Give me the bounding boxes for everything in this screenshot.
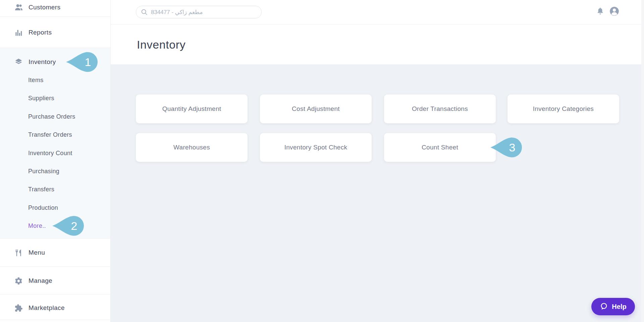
card-order-transactions[interactable]: Order Transactions	[384, 94, 496, 123]
divider	[0, 48, 110, 48]
subitem-label: Purchasing	[28, 168, 59, 175]
subitem-label: Items	[28, 77, 44, 84]
business-search	[136, 6, 262, 18]
divider	[0, 238, 110, 239]
card-inventory-spot-check[interactable]: Inventory Spot Check	[260, 133, 372, 162]
notifications-bell-icon[interactable]	[595, 7, 605, 17]
fork-knife-icon	[14, 248, 23, 257]
gear-icon	[14, 276, 23, 285]
chat-bubble-icon	[600, 302, 608, 311]
card-inventory-categories[interactable]: Inventory Categories	[507, 94, 619, 123]
divider	[0, 16, 110, 17]
puzzle-icon	[14, 304, 23, 313]
bar-chart-icon	[14, 28, 23, 37]
divider	[0, 320, 110, 320]
help-label: Help	[612, 303, 626, 311]
subitem-label: Transfer Orders	[28, 131, 72, 138]
sidebar: Customers Reports Inventor	[0, 0, 111, 322]
more-link-label: More..	[28, 222, 46, 230]
business-search-input[interactable]	[136, 6, 262, 18]
sidebar-more-link[interactable]: More..	[28, 220, 46, 232]
main-content: Quantity Adjustment Cost Adjustment Orde…	[111, 64, 644, 322]
card-quantity-adjustment[interactable]: Quantity Adjustment	[136, 94, 248, 123]
page-header: Inventory	[111, 24, 644, 64]
sidebar-item-marketplace[interactable]: Marketplace	[14, 301, 65, 315]
card-label: Inventory Spot Check	[284, 144, 347, 151]
sidebar-item-customers[interactable]: Customers	[14, 1, 60, 14]
subitem-label: Suppliers	[28, 95, 54, 102]
page-title: Inventory	[137, 38, 185, 51]
card-count-sheet[interactable]: Count Sheet	[384, 133, 496, 162]
app-root: Customers Reports Inventor	[0, 0, 644, 322]
subitem-label: Transfers	[28, 186, 54, 193]
sidebar-subitem-purchase-orders[interactable]: Purchase Orders	[28, 111, 75, 122]
card-label: Inventory Categories	[533, 105, 594, 113]
card-label: Warehouses	[173, 144, 210, 151]
card-cost-adjustment[interactable]: Cost Adjustment	[260, 94, 372, 123]
page-scrollbar-track[interactable]	[641, 0, 644, 322]
card-label: Order Transactions	[412, 105, 468, 113]
sidebar-subitem-items[interactable]: Items	[28, 74, 44, 86]
card-warehouses[interactable]: Warehouses	[136, 133, 248, 162]
sidebar-subitem-inventory-count[interactable]: Inventory Count	[28, 147, 72, 159]
sidebar-item-menu[interactable]: Menu	[14, 246, 45, 259]
sidebar-item-inventory[interactable]: Inventory	[14, 55, 56, 69]
sidebar-item-label: Inventory	[29, 58, 56, 66]
subitem-label: Production	[28, 204, 58, 211]
subitem-label: Inventory Count	[28, 150, 72, 157]
sidebar-subitem-transfers[interactable]: Transfers	[28, 184, 54, 195]
sidebar-subitem-suppliers[interactable]: Suppliers	[28, 92, 54, 104]
sidebar-item-label: Manage	[29, 277, 52, 284]
subitem-label: Purchase Orders	[28, 113, 75, 120]
sidebar-item-manage[interactable]: Manage	[14, 274, 52, 287]
card-label: Cost Adjustment	[292, 105, 340, 113]
card-label: Quantity Adjustment	[162, 105, 221, 113]
user-avatar-icon[interactable]	[609, 6, 619, 16]
sidebar-item-reports[interactable]: Reports	[14, 26, 52, 39]
magnifier-icon	[141, 8, 148, 17]
sidebar-item-label: Menu	[29, 249, 45, 256]
sidebar-item-label: Customers	[29, 4, 60, 11]
divider	[0, 266, 110, 267]
layers-icon	[14, 58, 23, 67]
sidebar-item-label: Marketplace	[29, 304, 65, 312]
sidebar-item-label: Reports	[29, 29, 52, 36]
sidebar-subitem-transfer-orders[interactable]: Transfer Orders	[28, 129, 72, 140]
card-label: Count Sheet	[422, 144, 458, 151]
divider	[0, 294, 110, 295]
topbar	[111, 0, 644, 24]
sidebar-subitem-production[interactable]: Production	[28, 202, 58, 213]
sidebar-subitem-purchasing[interactable]: Purchasing	[28, 166, 59, 177]
help-button[interactable]: Help	[591, 298, 635, 315]
two-people-icon	[14, 3, 23, 12]
